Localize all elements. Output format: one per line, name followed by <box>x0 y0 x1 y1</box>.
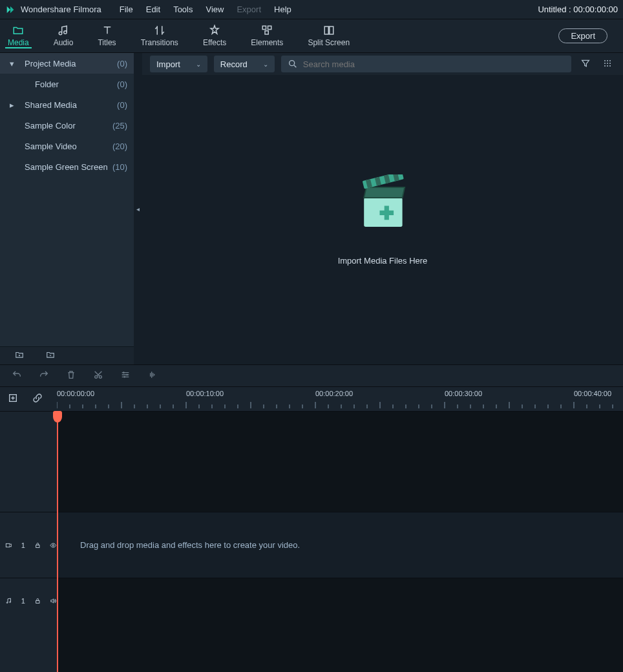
music-note-icon <box>5 597 12 605</box>
dropzone-label: Import Media Files Here <box>338 256 428 266</box>
chevron-down-icon: ⌄ <box>196 61 201 68</box>
svg-point-12 <box>604 65 606 67</box>
music-icon <box>57 25 70 36</box>
tab-titles[interactable]: Titles <box>95 23 118 48</box>
undo-button[interactable] <box>12 370 22 382</box>
app-title: Wondershare Filmora <box>21 5 101 14</box>
chevron-left-icon: ◂ <box>136 205 140 213</box>
split-screen-icon <box>322 25 335 36</box>
tab-effects[interactable]: Effects <box>200 23 229 48</box>
track-hint: Drag and drop media and effects here to … <box>80 540 300 550</box>
svg-rect-71 <box>6 543 10 547</box>
sidebar-item-sample-color[interactable]: Sample Color (25) <box>0 115 134 136</box>
menubar: Wondershare Filmora File Edit Tools View… <box>0 0 623 19</box>
svg-rect-76 <box>36 600 39 603</box>
audio-track-number: 1 <box>21 597 25 605</box>
media-panel: Import⌄ Record⌄ <box>142 53 623 364</box>
tab-audio[interactable]: Audio <box>51 23 76 48</box>
search-input[interactable] <box>303 59 565 69</box>
svg-point-5 <box>289 61 294 66</box>
lock-icon[interactable] <box>34 541 41 549</box>
eye-icon[interactable] <box>50 541 57 549</box>
media-sidebar: ▾ Project Media (0) Folder (0) ▸ Shared … <box>0 53 134 364</box>
redo-button[interactable] <box>39 370 49 382</box>
link-button[interactable] <box>32 393 43 405</box>
audio-track-body[interactable] <box>57 578 623 623</box>
menu-help[interactable]: Help <box>274 5 291 14</box>
video-icon <box>5 541 12 549</box>
tab-media[interactable]: Media <box>5 23 32 48</box>
filter-button[interactable] <box>578 56 593 73</box>
timeline-ruler[interactable]: 00:00:00:00 00:00:10:00 00:00:20:00 00:0… <box>57 387 623 411</box>
svg-point-25 <box>123 376 125 378</box>
text-icon <box>101 25 114 36</box>
panel-collapse-handle[interactable]: ◂ <box>134 53 142 364</box>
svg-point-13 <box>607 65 608 67</box>
add-marker-button[interactable] <box>8 393 18 405</box>
video-track[interactable]: 1 Drag and drop media and effects here t… <box>0 512 623 578</box>
transition-icon <box>153 25 166 36</box>
svg-point-10 <box>607 63 608 64</box>
menu-edit[interactable]: Edit <box>146 5 160 14</box>
menu-view[interactable]: View <box>206 5 224 14</box>
media-toolbar: Import⌄ Record⌄ <box>142 53 623 75</box>
sidebar-item-folder[interactable]: Folder (0) <box>0 74 134 94</box>
svg-point-8 <box>609 60 611 61</box>
delete-button[interactable] <box>66 370 76 382</box>
svg-rect-0 <box>263 26 266 29</box>
audio-wave-button[interactable] <box>147 370 158 382</box>
track-spacer-bottom <box>0 623 623 672</box>
sidebar-item-project-media[interactable]: ▾ Project Media (0) <box>0 53 134 74</box>
svg-rect-2 <box>265 31 268 34</box>
sidebar-item-shared-media[interactable]: ▸ Shared Media (0) <box>0 94 134 115</box>
adjust-button[interactable] <box>120 370 131 382</box>
video-track-header: 1 <box>0 512 57 578</box>
svg-point-7 <box>607 60 608 61</box>
audio-track[interactable]: 1 <box>0 578 623 623</box>
grid-view-button[interactable] <box>600 56 615 73</box>
import-dropdown[interactable]: Import⌄ <box>150 56 207 72</box>
playhead[interactable] <box>57 411 58 672</box>
svg-point-74 <box>6 602 8 603</box>
timeline: 00:00:00:00 00:00:10:00 00:00:20:00 00:0… <box>0 364 623 672</box>
speaker-icon[interactable] <box>50 597 57 605</box>
menu-export[interactable]: Export <box>237 5 261 14</box>
folder-icon <box>12 25 25 36</box>
timeline-tracks: 1 Drag and drop media and effects here t… <box>0 411 623 672</box>
chevron-right-icon: ▸ <box>8 100 16 110</box>
svg-point-24 <box>126 374 128 376</box>
tab-elements[interactable]: Elements <box>248 23 286 48</box>
delete-folder-button[interactable] <box>45 350 56 361</box>
sidebar-item-sample-video[interactable]: Sample Video (20) <box>0 136 134 156</box>
svg-point-14 <box>609 65 611 67</box>
svg-point-75 <box>10 601 11 602</box>
svg-rect-1 <box>268 26 271 29</box>
svg-rect-4 <box>329 26 333 34</box>
track-spacer <box>0 411 623 512</box>
import-dropzone[interactable]: Import Media Files Here <box>142 75 623 364</box>
menu-file[interactable]: File <box>120 5 133 14</box>
effects-icon <box>208 25 221 36</box>
chevron-down-icon: ▾ <box>8 59 16 68</box>
video-track-body[interactable]: Drag and drop media and effects here to … <box>57 512 623 578</box>
tab-split-screen[interactable]: Split Screen <box>305 23 352 48</box>
clapperboard-icon <box>354 174 412 233</box>
elements-icon <box>260 25 273 36</box>
record-dropdown[interactable]: Record⌄ <box>214 56 275 72</box>
menu-tools[interactable]: Tools <box>173 5 193 14</box>
sidebar-footer <box>0 346 134 364</box>
search-media[interactable] <box>281 56 571 72</box>
video-track-number: 1 <box>21 541 25 549</box>
cut-button[interactable] <box>93 370 103 382</box>
chevron-down-icon: ⌄ <box>263 61 268 68</box>
lock-icon[interactable] <box>34 597 41 605</box>
search-icon <box>288 59 298 69</box>
sidebar-item-sample-green-screen[interactable]: Sample Green Screen (10) <box>0 156 134 177</box>
svg-point-9 <box>604 63 606 64</box>
svg-rect-3 <box>324 26 328 34</box>
svg-point-6 <box>604 60 606 61</box>
new-folder-button[interactable] <box>14 350 25 361</box>
svg-point-73 <box>52 544 54 546</box>
export-button[interactable]: Export <box>558 28 607 43</box>
tab-transitions[interactable]: Transitions <box>138 23 181 48</box>
